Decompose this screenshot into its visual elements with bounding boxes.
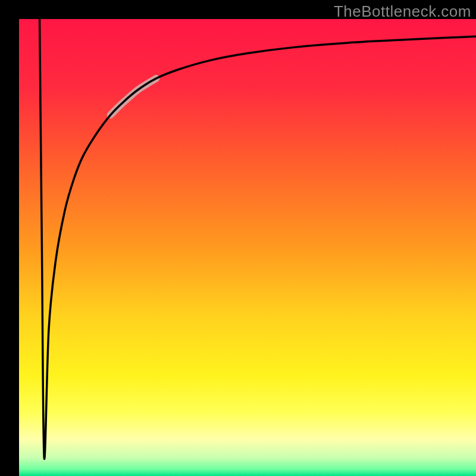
chart-background <box>0 0 476 476</box>
chart-container: TheBottleneck.com <box>0 0 476 476</box>
watermark-text: TheBottleneck.com <box>334 2 471 21</box>
